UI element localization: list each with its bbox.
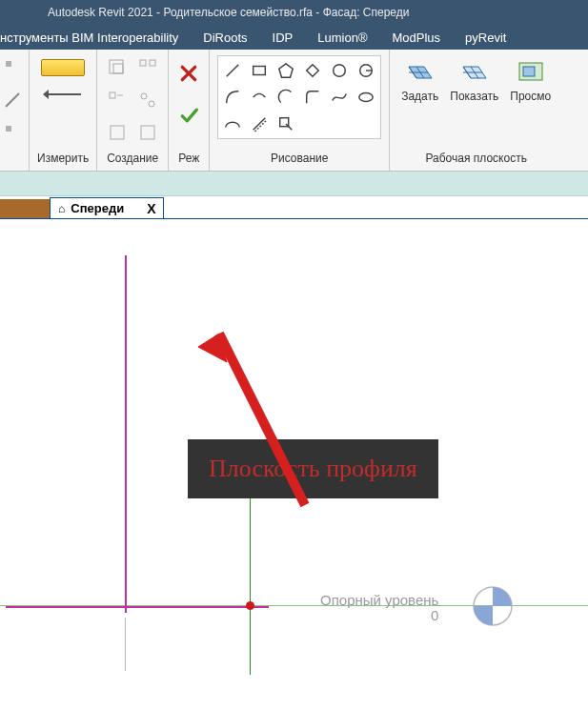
create-icon-1[interactable] xyxy=(105,55,130,80)
close-icon[interactable]: X xyxy=(147,201,155,216)
svg-rect-7 xyxy=(110,92,115,98)
create-icon-5[interactable] xyxy=(105,120,130,145)
ribbon: Измерить Создание xyxy=(0,50,588,172)
draw-circle2-icon[interactable] xyxy=(354,58,378,83)
draw-polygon-icon[interactable] xyxy=(274,58,298,83)
level-head-icon[interactable] xyxy=(472,585,514,627)
svg-rect-32 xyxy=(523,67,535,76)
svg-rect-6 xyxy=(150,60,155,66)
level-value: 0 xyxy=(320,608,438,623)
annotation-text: Плоскость профиля xyxy=(209,455,417,482)
svg-point-8 xyxy=(141,93,147,99)
draw-circle-icon[interactable] xyxy=(327,58,352,83)
ribbon-group-create: Создание xyxy=(97,50,169,171)
ruler-icon[interactable] xyxy=(41,59,85,76)
draw-arc1-icon[interactable] xyxy=(220,85,245,110)
show-plane-button[interactable]: Показать xyxy=(446,55,502,105)
draw-empty1 xyxy=(300,112,325,136)
draw-pick-icon[interactable] xyxy=(247,112,272,136)
ribbon-group-measure: Измерить xyxy=(30,50,97,171)
draw-ellipse-icon[interactable] xyxy=(354,85,378,110)
draw-pickface-icon[interactable] xyxy=(274,112,298,136)
fragment-icon-2[interactable] xyxy=(0,88,25,112)
draw-tool-grid xyxy=(217,55,381,139)
dimension-icon[interactable] xyxy=(41,84,85,105)
draw-fillet-icon[interactable] xyxy=(300,85,325,110)
draw-spline-icon[interactable] xyxy=(327,85,352,110)
svg-marker-17 xyxy=(307,65,319,77)
fragment-icon-1[interactable] xyxy=(0,55,25,80)
level-label: Опорный уровень 0 xyxy=(320,593,438,623)
viewer-plane-label: Просмо xyxy=(510,90,551,103)
finish-icon[interactable] xyxy=(176,103,201,128)
mode-label: Реж xyxy=(176,148,201,171)
svg-rect-2 xyxy=(6,126,11,132)
viewer-plane-button[interactable]: Просмо xyxy=(506,55,555,105)
draw-arc3-icon[interactable] xyxy=(274,85,298,110)
ribbon-group-mode: Реж xyxy=(169,50,210,171)
set-plane-button[interactable]: Задать xyxy=(397,55,442,105)
draw-empty2 xyxy=(327,112,352,136)
endpoint-marker[interactable] xyxy=(246,601,254,610)
svg-rect-11 xyxy=(141,126,154,139)
create-icon-6[interactable] xyxy=(135,120,160,145)
draw-line-icon[interactable] xyxy=(220,58,245,83)
options-bar xyxy=(0,172,588,196)
view-tabstrip: ⌂ Спереди X xyxy=(0,196,588,219)
draw-polygon2-icon[interactable] xyxy=(300,58,325,83)
cancel-icon[interactable] xyxy=(176,61,201,86)
ribbon-fragment-left xyxy=(0,50,30,171)
menu-diroots[interactable]: DiRoots xyxy=(203,30,247,45)
profile-line-horizontal[interactable] xyxy=(6,606,269,608)
project-browser-tab[interactable] xyxy=(0,199,50,218)
fragment-icon-3[interactable] xyxy=(0,120,25,145)
draw-rect-icon[interactable] xyxy=(247,58,272,83)
workplane-label: Рабочая плоскость xyxy=(397,148,555,171)
svg-line-1 xyxy=(6,93,19,107)
svg-marker-16 xyxy=(279,64,293,77)
svg-point-18 xyxy=(334,65,346,77)
svg-rect-5 xyxy=(140,60,146,66)
svg-rect-3 xyxy=(110,60,123,73)
menu-modplus[interactable]: ModPlus xyxy=(392,30,440,45)
svg-point-21 xyxy=(359,93,373,102)
title-bar: Autodesk Revit 2021 - Родительское семей… xyxy=(0,0,588,25)
app-title: Autodesk Revit 2021 - Родительское семей… xyxy=(48,6,409,19)
set-plane-label: Задать xyxy=(401,90,438,103)
menu-idp[interactable]: IDP xyxy=(273,30,294,45)
create-icon-2[interactable] xyxy=(135,55,160,80)
draw-arc2-icon[interactable] xyxy=(247,85,272,110)
ribbon-group-workplane: Задать Показать Просмо Рабочая плоскость xyxy=(390,50,562,171)
view-tab-front[interactable]: ⌂ Спереди X xyxy=(50,197,164,218)
svg-point-9 xyxy=(149,101,154,107)
level-name: Опорный уровень xyxy=(320,593,438,608)
draw-empty3 xyxy=(354,112,378,136)
menu-lumion[interactable]: Lumion® xyxy=(317,30,367,45)
annotation-callout: Плоскость профиля xyxy=(188,439,438,498)
create-icon-3[interactable] xyxy=(105,88,130,112)
menu-pyrevit[interactable]: pyRevit xyxy=(465,30,506,45)
draw-label: Рисование xyxy=(217,148,381,171)
svg-rect-0 xyxy=(6,61,11,67)
drawing-canvas[interactable]: Опорный уровень 0 Плоскость профиля xyxy=(0,219,588,710)
show-plane-label: Показать xyxy=(450,90,498,103)
svg-rect-4 xyxy=(113,64,123,73)
menu-bim[interactable]: нструменты BIM Interoperability xyxy=(0,30,178,45)
reference-line-short xyxy=(125,618,126,671)
reference-plane-vertical xyxy=(250,496,251,675)
create-label: Создание xyxy=(105,148,160,171)
profile-line-vertical[interactable] xyxy=(125,255,127,613)
measure-label: Измерить xyxy=(37,148,89,171)
view-tab-label: Спереди xyxy=(71,201,124,215)
ribbon-group-draw: Рисование xyxy=(210,50,390,171)
create-icon-4[interactable] xyxy=(135,88,160,112)
svg-marker-35 xyxy=(198,334,227,362)
menubar: нструменты BIM Interoperability DiRoots … xyxy=(0,25,588,50)
svg-rect-15 xyxy=(253,67,266,75)
home-icon: ⌂ xyxy=(58,202,65,215)
svg-line-14 xyxy=(227,65,239,77)
draw-halfellipse-icon[interactable] xyxy=(220,112,245,136)
svg-rect-10 xyxy=(111,126,124,139)
